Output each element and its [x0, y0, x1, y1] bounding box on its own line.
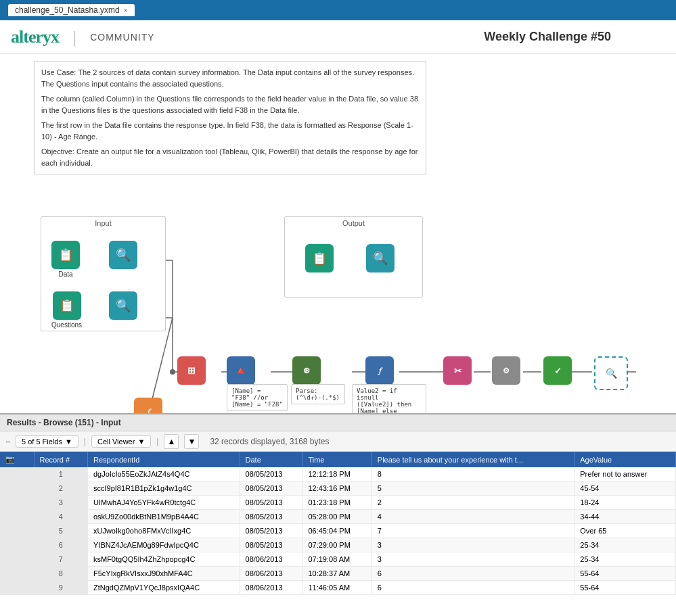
table-row: 4oskU9Zo00dkBtNB1M9pB4A4C08/05/201305:28… — [0, 510, 676, 524]
join-tool[interactable]: ⊞ — [177, 356, 206, 385]
join-icon: ⊞ — [177, 356, 206, 385]
data-input-tool[interactable]: 📋 Data — [51, 241, 80, 278]
col-respondent-id: RespondentId — [87, 452, 240, 467]
record-number-cell: 2 — [34, 481, 87, 496]
filter-tool[interactable]: 🔺 — [227, 356, 255, 385]
row-icon-cell — [0, 481, 34, 496]
header-community: COMMUNITY — [90, 32, 154, 43]
record-number-cell: 3 — [34, 496, 87, 510]
app-header: alteryx | COMMUNITY Weekly Challenge #50 — [0, 20, 676, 54]
data-browse-tool[interactable]: 🔍 — [109, 241, 137, 269]
col-time: Time — [302, 452, 371, 467]
data-cell: oskU9Zo00dkBtNB1M9pB4A4C — [87, 510, 240, 524]
parse-annotation-text: Parse: (^\d+)-(.*$) — [296, 387, 340, 401]
record-number-cell: 7 — [34, 552, 87, 567]
data-icon: 📋 — [51, 241, 80, 269]
cell-viewer-arrow-icon: ▼ — [137, 437, 145, 446]
data-cell: 08/05/2013 — [240, 524, 302, 538]
header-challenge: Weekly Challenge #50 — [484, 30, 611, 44]
data-cell: 08/05/2013 — [240, 510, 302, 524]
nav-down-button[interactable]: ▼ — [184, 434, 199, 449]
col-experience: Please tell us about your experience wit… — [371, 452, 574, 467]
desc-line-4: Objective: Create an output file for a v… — [41, 146, 419, 168]
row-icon-cell — [0, 567, 34, 581]
record-id-tool[interactable]: ⊛ — [292, 356, 321, 385]
questions-input-tool[interactable]: 📋 Questions — [51, 291, 82, 329]
fields-label: 5 of 5 Fields — [22, 437, 62, 446]
results-panel: Results - Browse (151) - Input ··· 5 of … — [0, 413, 676, 616]
close-icon[interactable]: × — [124, 7, 128, 14]
data-cell: 08/05/2013 — [240, 496, 302, 510]
toolbar-divider-2: | — [156, 437, 158, 446]
data-cell: 18-24 — [574, 496, 676, 510]
app-logo: alteryx — [11, 27, 59, 47]
data-cell: 01:23:18 PM — [302, 496, 371, 510]
crosstab-icon: ✂ — [443, 356, 472, 385]
nav-up-button[interactable]: ▲ — [164, 434, 179, 449]
record-number-cell: 6 — [34, 538, 87, 552]
data-cell: 08/06/2013 — [240, 552, 302, 567]
data-cell: 6 — [371, 567, 574, 581]
data-cell: 11:46:05 AM — [302, 581, 371, 595]
table-row: 8F5cYIxgRkVIsxxJ90xhMFA4C08/06/201310:28… — [0, 567, 676, 581]
summarize-tool[interactable]: ⚙ — [492, 356, 520, 385]
output-browse-icon: 🔍 — [366, 244, 395, 273]
records-info: 32 records displayed, 3168 bytes — [210, 437, 329, 446]
table-row: 3UIMwhAJ4Yo5YFk4wR0tctg4C08/05/201301:23… — [0, 496, 676, 510]
row-icon-cell — [0, 524, 34, 538]
final-browse-tool[interactable]: 🔍 — [594, 356, 628, 390]
data-cell: 25-34 — [574, 552, 676, 567]
questions-browse-tool[interactable]: 🔍 — [109, 291, 137, 320]
record-number-cell: 4 — [34, 510, 87, 524]
formula-tool[interactable]: 𝑓 — [365, 356, 394, 385]
file-tab[interactable]: challenge_50_Natasha.yxmd × — [8, 4, 135, 16]
col-date: Date — [240, 452, 302, 467]
data-cell: 34-44 — [574, 510, 676, 524]
table-row: 1dgJoIcIo55EoZkJAtZ4s4Q4C08/05/201312:12… — [0, 467, 676, 481]
data-cell: 3 — [371, 552, 574, 567]
crosstab-tool[interactable]: ✂ — [443, 356, 472, 385]
data-cell: sccI9pI81R1B1pZk1g4w1g4C — [87, 481, 240, 496]
data-cell: 10:28:37 AM — [302, 567, 371, 581]
row-icon-cell — [0, 581, 34, 595]
data-cell: 08/06/2013 — [240, 581, 302, 595]
row-icon-cell — [0, 496, 34, 510]
desc-line-1: Use Case: The 2 sources of data contain … — [41, 67, 419, 89]
annotation-parse: Parse: (^\d+)-(.*$) — [291, 384, 345, 404]
svg-point-20 — [170, 369, 175, 375]
annotation-filter: [Name] = "F38" //or [Name] = "F28" — [227, 384, 288, 411]
col-record-num: Record # — [34, 452, 87, 467]
data-cell: 07:29:00 PM — [302, 538, 371, 552]
output-box: Output 📋 🔍 — [284, 216, 423, 298]
questions-label: Questions — [51, 321, 82, 329]
output-data-icon: 📋 — [305, 244, 334, 273]
input-box: Input 📋 Data 🔍 📋 Questions 🔍 — [41, 216, 166, 331]
filter-icon: 🔺 — [227, 356, 255, 385]
data-cell: YIBNZ4JcAEM0g89FdwIpcQ4C — [87, 538, 240, 552]
toolbar-divider-1: | — [84, 437, 86, 446]
filter-annotation-text: [Name] = "F38" //or [Name] = "F28" — [231, 387, 283, 408]
row-icon-cell — [0, 552, 34, 567]
fields-dropdown[interactable]: 5 of 5 Fields ▼ — [16, 435, 78, 448]
record-icon-header: 📷 — [5, 455, 15, 463]
final-browse-icon: 🔍 — [594, 356, 628, 390]
data-cell: 4 — [371, 510, 574, 524]
results-toolbar: ··· 5 of 5 Fields ▼ | Cell Viewer ▼ | ▲ … — [0, 431, 676, 452]
cell-viewer-dropdown[interactable]: Cell Viewer ▼ — [91, 435, 151, 448]
data-cell: Prefer not to answer — [574, 467, 676, 481]
record-number-cell: 8 — [34, 567, 87, 581]
tab-label: challenge_50_Natasha.yxmd — [15, 5, 120, 15]
output-label: Output — [285, 217, 422, 229]
data-cell: F5cYIxgRkVIsxxJ90xhMFA4C — [87, 567, 240, 581]
output-browse-tool[interactable]: 🔍 — [366, 244, 395, 273]
output-input-tool[interactable]: 📋 — [305, 244, 334, 273]
table-row: 6YIBNZ4JcAEM0g89FdwIpcQ4C08/05/201307:29… — [0, 538, 676, 552]
canvas-area: Use Case: The 2 sources of data contain … — [0, 54, 676, 446]
data-cell: 08/05/2013 — [240, 538, 302, 552]
questions-icon: 📋 — [53, 291, 81, 320]
data-cell: 55-64 — [574, 567, 676, 581]
sort-tool[interactable]: ✓ — [543, 356, 572, 385]
data-cell: 3 — [371, 538, 574, 552]
data-cell: 7 — [371, 524, 574, 538]
data-cell: ksMF0tgQQ5Ih4ZhZhpopcg4C — [87, 552, 240, 567]
